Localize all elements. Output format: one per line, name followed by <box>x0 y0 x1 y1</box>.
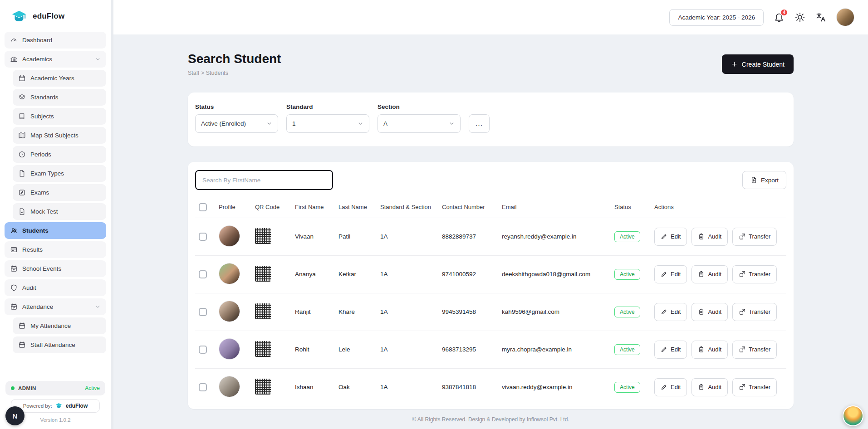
dashboard-icon <box>10 36 18 44</box>
first-name-cell: Ranjit <box>291 293 335 331</box>
transfer-icon <box>739 384 745 390</box>
powered-by-brand: eduFlow <box>66 403 88 409</box>
transfer-icon <box>739 308 745 315</box>
sidebar: eduFlow DashboardAcademicsAcademic Years… <box>0 0 113 429</box>
sidebar-item-students[interactable]: Students <box>5 222 106 239</box>
status-badge: Active <box>614 382 640 393</box>
edit-button[interactable]: Edit <box>654 303 687 321</box>
filter-section: Section A <box>378 103 461 133</box>
support-widget-icon[interactable] <box>843 405 863 426</box>
card-icon <box>10 246 18 253</box>
sidebar-item-mock-test[interactable]: Mock Test <box>13 203 106 220</box>
sidebar-item-academic-years[interactable]: Academic Years <box>13 70 106 87</box>
select-all-checkbox[interactable] <box>199 203 207 211</box>
footer-copyright: © All Rights Reserved. Design & Develope… <box>188 409 794 427</box>
standard-section-cell: 1A <box>377 368 438 406</box>
table-row: IshaanOak1A9387841818vivaan.reddy@exampl… <box>195 368 786 406</box>
status-select[interactable]: Active (Enrolled) <box>195 114 278 133</box>
row-checkbox[interactable] <box>199 308 207 316</box>
standard-select[interactable]: 1 <box>286 114 369 133</box>
sidebar-item-label: Dashboard <box>22 37 52 44</box>
theme-toggle-sun-icon[interactable] <box>794 12 805 23</box>
transfer-icon <box>739 233 745 240</box>
sidebar-item-my-attendance[interactable]: My Attendance <box>13 317 106 334</box>
n-floating-badge[interactable]: N <box>5 406 25 425</box>
chevron-down-icon <box>266 121 272 127</box>
column-header: First Name <box>291 197 335 218</box>
edit-button[interactable]: Edit <box>654 378 687 396</box>
transfer-button[interactable]: Transfer <box>732 378 777 396</box>
row-checkbox[interactable] <box>199 383 207 391</box>
section-select[interactable]: A <box>378 114 461 133</box>
column-header: Contact Number <box>438 197 498 218</box>
more-filters-button[interactable]: ... <box>469 114 490 133</box>
status-badge: Active <box>614 269 640 280</box>
academic-year-button[interactable]: Academic Year: 2025 - 2026 <box>669 9 764 26</box>
language-translate-icon[interactable] <box>815 12 826 23</box>
sidebar-item-results[interactable]: Results <box>5 241 106 258</box>
sidebar-item-exams[interactable]: Exams <box>13 184 106 201</box>
audit-button[interactable]: Audit <box>691 228 728 246</box>
sidebar-item-periods[interactable]: Periods <box>13 146 106 163</box>
audit-button[interactable]: Audit <box>691 303 728 321</box>
column-header: Profile <box>215 197 251 218</box>
status-filter-label: Status <box>195 103 278 110</box>
students-table-card: Export ProfileQR CodeFirst NameLast Name… <box>188 162 794 409</box>
search-input[interactable] <box>195 170 333 190</box>
transfer-button[interactable]: Transfer <box>732 228 777 246</box>
sidebar-item-label: Map Std Subjects <box>30 132 78 139</box>
audit-button[interactable]: Audit <box>691 378 728 396</box>
first-name-cell: Ishaan <box>291 368 335 406</box>
sidebar-item-attendance[interactable]: Attendance <box>5 298 106 315</box>
user-avatar[interactable] <box>836 8 854 26</box>
brand-name: eduFlow <box>33 12 64 21</box>
page-title: Search Student <box>188 52 281 66</box>
contact-number-cell: 9741000592 <box>438 255 498 293</box>
table-toolbar: Export <box>195 170 786 190</box>
edit-button[interactable]: Edit <box>654 265 687 283</box>
doc-check-icon <box>18 208 26 215</box>
plus-icon <box>731 61 738 68</box>
sidebar-item-audit[interactable]: Audit <box>5 279 106 296</box>
sidebar-item-subjects[interactable]: Subjects <box>13 108 106 125</box>
audit-button[interactable]: Audit <box>691 265 728 283</box>
sidebar-item-exam-types[interactable]: Exam Types <box>13 165 106 182</box>
filters-card: Status Active (Enrolled) Standard 1 <box>188 93 794 146</box>
sidebar-item-standards[interactable]: Standards <box>13 89 106 106</box>
status-select-value: Active (Enrolled) <box>201 120 246 127</box>
first-name-cell: Ananya <box>291 255 335 293</box>
column-header: Actions <box>651 197 786 218</box>
notifications-button[interactable]: 4 <box>774 12 785 23</box>
sidebar-item-staff-attendance[interactable]: Staff Attendance <box>13 336 106 353</box>
status-badge: Active <box>614 307 640 317</box>
admin-role-label: ADMIN <box>18 385 36 391</box>
first-name-cell: Rohit <box>291 331 335 368</box>
powered-by-label: Powered by: <box>23 403 52 409</box>
row-checkbox[interactable] <box>199 270 207 278</box>
chevron-down-icon <box>95 304 101 310</box>
calendar-icon <box>18 341 26 349</box>
sidebar-item-dashboard[interactable]: Dashboard <box>5 32 106 49</box>
last-name-cell: Oak <box>335 368 377 406</box>
transfer-button[interactable]: Transfer <box>732 303 777 321</box>
transfer-button[interactable]: Transfer <box>732 265 777 283</box>
edit-button[interactable]: Edit <box>654 341 687 359</box>
student-avatar <box>219 225 240 247</box>
sidebar-nav: DashboardAcademicsAcademic YearsStandard… <box>0 30 111 380</box>
export-button[interactable]: Export <box>742 171 786 189</box>
eduflow-logo-icon <box>10 8 28 24</box>
edit-button[interactable]: Edit <box>654 228 687 246</box>
sidebar-item-school-events[interactable]: School Events <box>5 260 106 277</box>
sidebar-item-map-std-subjects[interactable]: Map Std Subjects <box>13 127 106 144</box>
audit-button[interactable]: Audit <box>691 341 728 359</box>
create-student-button[interactable]: Create Student <box>722 54 794 74</box>
row-checkbox[interactable] <box>199 346 207 354</box>
transfer-button[interactable]: Transfer <box>732 341 777 359</box>
clipboard-icon <box>698 308 705 315</box>
column-header: Status <box>611 197 651 218</box>
qr-code <box>255 266 271 282</box>
chevron-down-icon <box>95 56 101 62</box>
sidebar-item-academics[interactable]: Academics <box>5 51 106 68</box>
row-checkbox[interactable] <box>199 233 207 241</box>
section-select-value: A <box>383 120 387 127</box>
